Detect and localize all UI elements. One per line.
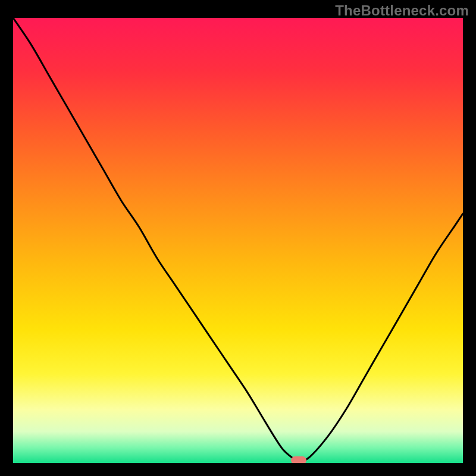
chart-plot-area <box>13 18 463 463</box>
gradient-background <box>13 18 463 463</box>
chart-svg <box>13 18 463 463</box>
watermark-text: TheBottleneck.com <box>335 2 469 19</box>
optimal-point-marker <box>291 456 306 463</box>
chart-frame: TheBottleneck.com <box>0 0 476 476</box>
